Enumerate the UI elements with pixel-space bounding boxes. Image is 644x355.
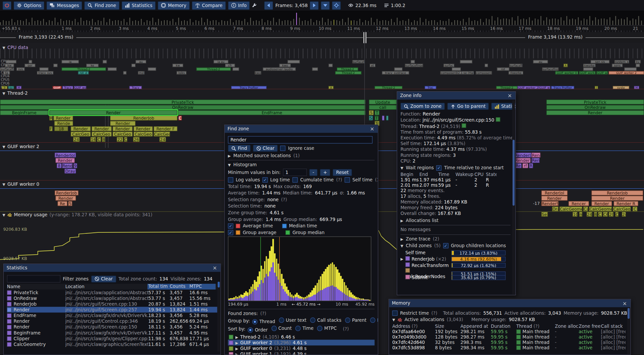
timeline-zone[interactable]: Render bbox=[133, 126, 153, 131]
frame-bar[interactable] bbox=[466, 22, 467, 25]
frame-bar[interactable] bbox=[296, 13, 297, 25]
cpu-zone[interactable]: ta bbox=[3, 71, 10, 75]
cpu-zone[interactable]: GUIF worker 2 bbox=[609, 71, 644, 75]
log-values-checkbox[interactable] bbox=[228, 177, 233, 183]
frame-bar[interactable] bbox=[23, 21, 24, 25]
frame-bar[interactable] bbox=[86, 20, 87, 25]
cpu-zone[interactable]: au bbox=[136, 60, 146, 63]
timeline-zone[interactable]: Render bbox=[591, 201, 612, 206]
frame-bar[interactable] bbox=[147, 20, 147, 25]
cpu-zone[interactable]: kwo bbox=[279, 64, 291, 67]
allocation-row[interactable]: 0x7dfaa64e00192 bytes298.21 ms59.95 sMai… bbox=[392, 329, 627, 335]
child-zone-row[interactable]: RenderJob (×2)4.16 ms (92.60%) bbox=[400, 256, 511, 262]
frame-bar[interactable] bbox=[520, 19, 521, 25]
frame-bar[interactable] bbox=[66, 20, 67, 25]
timeline-zone[interactable]: Dray bbox=[64, 169, 76, 174]
cpu-zone[interactable]: surfacefinger bbox=[405, 64, 423, 67]
toolbar-button-info[interactable]: Info bbox=[228, 1, 250, 10]
timeline-zone[interactable]: RenderJob bbox=[591, 190, 643, 195]
column-header[interactable]: Zone alloc bbox=[555, 324, 579, 329]
frame-bar[interactable] bbox=[331, 21, 331, 25]
zone-trace-header[interactable]: Zone trace(2) bbox=[400, 236, 511, 242]
frame-bar[interactable] bbox=[397, 18, 397, 25]
thread-header[interactable]: GUIF worker 0 bbox=[2, 182, 39, 187]
frame-bar[interactable] bbox=[515, 20, 515, 25]
frame-label-right[interactable]: Frame 3,194 (13.92 ms) bbox=[525, 35, 586, 40]
frame-bar[interactable] bbox=[477, 21, 478, 25]
frame-bar[interactable] bbox=[259, 21, 259, 25]
frame-bar[interactable] bbox=[69, 20, 70, 25]
frame-bar[interactable] bbox=[262, 19, 262, 25]
frame-bar[interactable] bbox=[178, 18, 179, 25]
cpu-zone[interactable]: ja bbox=[62, 60, 79, 63]
frame-bar[interactable] bbox=[207, 19, 208, 25]
frame-bar[interactable] bbox=[638, 16, 639, 25]
frame-bar[interactable] bbox=[406, 21, 406, 25]
column-header[interactable]: Total tim bbox=[148, 284, 170, 290]
timeline-zone[interactable]: rf bbox=[523, 163, 528, 168]
frame-bar[interactable] bbox=[98, 20, 98, 25]
log-time-checkbox[interactable] bbox=[262, 177, 268, 183]
timeline-zone[interactable]: Rencer bbox=[569, 201, 589, 206]
cpu-zone[interactable] bbox=[312, 68, 318, 71]
timeline-zone[interactable]: CalcGeo bbox=[154, 132, 170, 137]
timeline-zone[interactable]: C bbox=[178, 116, 182, 121]
memory-titlebar[interactable]: Memory bbox=[389, 299, 631, 307]
frame-bar[interactable] bbox=[641, 20, 642, 25]
timeline-zone[interactable]: 9 bbox=[73, 163, 77, 168]
child-zones-header[interactable]: Child zones (5) Group children locations bbox=[400, 243, 511, 249]
frame-bar[interactable] bbox=[434, 20, 435, 25]
timeline-zone[interactable]: Render bbox=[53, 116, 73, 121]
timeline-zone[interactable]: BeginFrame bbox=[0, 110, 48, 115]
frame-bar[interactable] bbox=[109, 19, 110, 25]
timeline-zone[interactable]: 24 bbox=[73, 137, 80, 142]
frame-bar[interactable] bbox=[552, 18, 553, 25]
frame-bar[interactable] bbox=[287, 20, 288, 25]
cpu-zone[interactable]: kwoc bbox=[255, 71, 261, 75]
toolbar-button-memory[interactable]: Memory bbox=[158, 1, 190, 10]
timeline-zone[interactable]: PrivateTick bbox=[0, 99, 366, 104]
toolbar-button-find-zone[interactable]: Find zone bbox=[85, 1, 119, 10]
timeline-zone[interactable]: C bbox=[97, 137, 101, 142]
frame-bar[interactable] bbox=[63, 21, 64, 25]
legend-checkbox[interactable] bbox=[228, 230, 233, 235]
toolbar-button-options[interactable]: Options bbox=[13, 1, 44, 10]
timeline-zone[interactable]: Render bbox=[49, 110, 177, 115]
frame-bar[interactable] bbox=[101, 21, 101, 25]
cpu-zone[interactable]: surfacefing bbox=[542, 68, 558, 71]
cpu-zone[interactable]: GUIF work bbox=[579, 71, 596, 75]
frame-bar[interactable] bbox=[92, 19, 93, 25]
table-row[interactable]: Renderjni/../jni/src/guif/Control.cpp:34… bbox=[7, 318, 217, 324]
cpu-zone[interactable]: md bbox=[138, 71, 145, 75]
frame-bar[interactable] bbox=[311, 19, 311, 25]
frame-bar[interactable] bbox=[55, 18, 55, 25]
frame-bar[interactable] bbox=[348, 18, 348, 25]
timeline-zone[interactable]: 5 bbox=[68, 201, 72, 206]
frame-bar[interactable] bbox=[359, 19, 360, 25]
zoom-to-zone-button[interactable]: Zoom to zone bbox=[400, 103, 445, 110]
frame-bar[interactable] bbox=[385, 20, 386, 25]
frame-bar[interactable] bbox=[158, 19, 159, 25]
frame-bar[interactable] bbox=[126, 22, 127, 25]
histogram-plot[interactable] bbox=[228, 236, 371, 301]
matched-locations-row[interactable]: Matched source locations (1) bbox=[228, 153, 375, 159]
goto-frame-button[interactable] bbox=[332, 1, 341, 10]
ignore-case-checkbox[interactable] bbox=[280, 145, 286, 151]
wait-regions-header[interactable]: Wait regions Time relative to zone start bbox=[400, 165, 511, 171]
frame-bar[interactable] bbox=[472, 21, 472, 25]
scrollbar[interactable] bbox=[627, 308, 630, 354]
column-header[interactable]: Duration bbox=[491, 324, 516, 329]
timeline-zone[interactable]: 18 bbox=[54, 126, 68, 131]
cpu-zone[interactable]: kw bbox=[172, 64, 183, 67]
frame-bar[interactable] bbox=[187, 21, 187, 25]
frame-bar[interactable] bbox=[518, 16, 518, 25]
cpu-zone[interactable]: ger bbox=[24, 64, 35, 67]
timeline-zone[interactable]: S bbox=[369, 110, 374, 115]
allocation-row[interactable]: 0x7e049b3d00128 bytes298.27 ms59.95 sMai… bbox=[392, 335, 627, 340]
frame-bar[interactable] bbox=[322, 18, 323, 25]
frame-bar[interactable] bbox=[388, 21, 389, 25]
active-allocations-header[interactable]: Active allocations (3,043) Memory usage:… bbox=[392, 317, 627, 322]
allocation-row[interactable]: 0x7dfc53d8988 bytes298.34 ms59.95 sMain … bbox=[392, 345, 627, 350]
cpu-zone[interactable] bbox=[624, 68, 637, 71]
frame-bar[interactable] bbox=[635, 19, 636, 25]
